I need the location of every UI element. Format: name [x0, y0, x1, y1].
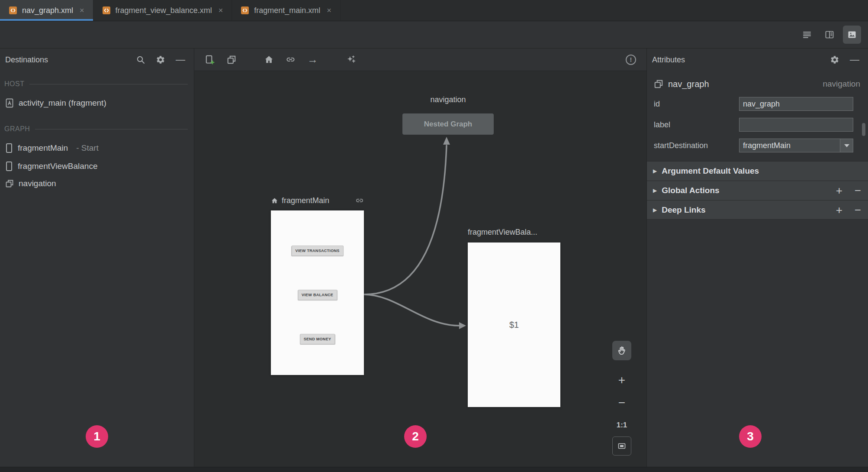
destination-item-navigation[interactable]: navigation	[0, 175, 194, 192]
section-actions: + −	[836, 204, 861, 216]
attributes-panel: Attributes — nav_graph navigation id lab…	[646, 48, 868, 467]
warning-icon[interactable]: !	[626, 55, 636, 65]
new-nested-graph-icon[interactable]	[227, 55, 236, 65]
remove-icon[interactable]: −	[855, 204, 861, 216]
gear-icon[interactable]	[156, 55, 165, 65]
deep-link-icon[interactable]	[286, 55, 296, 65]
xml-file-icon	[102, 6, 111, 15]
attribute-label: id	[654, 100, 739, 109]
close-icon[interactable]: ×	[327, 6, 331, 15]
remove-icon[interactable]: −	[855, 185, 861, 196]
tab-label: fragment_view_balance.xml	[116, 6, 212, 15]
add-icon[interactable]: +	[836, 204, 842, 216]
tab-fragment-view-balance[interactable]: fragment_view_balance.xml ×	[93, 0, 232, 21]
tab-label: nav_graph.xml	[22, 6, 73, 15]
fragment-icon	[5, 143, 13, 153]
start-destination-dropdown[interactable]: fragmentMain	[739, 139, 853, 152]
destination-label: activity_main (fragment)	[19, 98, 106, 108]
destinations-header: Destinations —	[0, 48, 194, 71]
fragment-main-node[interactable]: VIEW TRANSACTIONS VIEW BALANCE SEND MONE…	[271, 210, 364, 375]
start-destination-suffix: - Start	[76, 143, 99, 153]
preview-button: VIEW BALANCE	[298, 290, 337, 300]
new-destination-icon[interactable]	[205, 55, 215, 65]
collapse-arrow-icon: ▶	[653, 168, 657, 174]
zoom-actual-size-button[interactable]: 1:1	[612, 416, 631, 435]
code-view-button[interactable]	[798, 26, 816, 44]
split-view-button[interactable]	[820, 26, 839, 44]
hide-panel-icon[interactable]: —	[850, 55, 859, 65]
design-view-button[interactable]	[843, 26, 861, 44]
scrollbar-thumb[interactable]	[862, 123, 865, 136]
collapse-arrow-icon: ▶	[653, 207, 657, 213]
attribute-label: label	[654, 120, 739, 129]
component-name: nav_graph	[668, 79, 709, 89]
annotation-badge-3: 3	[739, 425, 762, 448]
editor-tab-bar: nav_graph.xml × fragment_view_balance.xm…	[0, 0, 868, 21]
section-label: Global Actions	[662, 186, 719, 195]
destination-label: fragmentViewBalance	[18, 162, 97, 171]
nested-graph-title: navigation	[402, 95, 494, 104]
destination-item-activity-main[interactable]: activity_main (fragment)	[0, 94, 194, 113]
chevron-down-icon	[844, 144, 849, 147]
close-icon[interactable]: ×	[219, 6, 223, 15]
nav-graph-canvas[interactable]: navigation Nested Graph fragmentMain VIE…	[194, 71, 646, 467]
xml-file-icon	[241, 6, 249, 15]
home-icon[interactable]	[264, 55, 274, 65]
canvas-toolbar: → !	[194, 48, 646, 71]
auto-arrange-sparkle-icon[interactable]	[346, 54, 357, 65]
collapse-arrow-icon: ▶	[653, 188, 657, 194]
action-arrow-icon[interactable]: →	[307, 54, 318, 65]
hide-panel-icon[interactable]: —	[176, 55, 185, 65]
tab-nav-graph[interactable]: nav_graph.xml ×	[0, 0, 93, 21]
zoom-in-button[interactable]: +	[612, 371, 631, 390]
add-icon[interactable]: +	[836, 185, 842, 196]
nav-graph-editor: → ! navigation Nested Graph fragmentMain…	[194, 48, 646, 467]
section-deep-links[interactable]: ▶ Deep Links + −	[647, 200, 868, 220]
destination-label: fragmentMain	[18, 143, 68, 153]
search-icon[interactable]	[136, 55, 145, 65]
zoom-out-button[interactable]: −	[612, 393, 631, 412]
host-section-header: HOST	[0, 74, 194, 94]
destinations-title: Destinations	[5, 55, 125, 65]
preview-text: $1	[509, 320, 519, 330]
close-icon[interactable]: ×	[80, 6, 84, 15]
graph-section-header: GRAPH	[0, 120, 194, 139]
component-type: navigation	[823, 79, 860, 89]
destinations-panel: Destinations — HOST activity_main (fragm…	[0, 48, 194, 467]
attributes-title: Attributes	[652, 55, 820, 65]
destination-item-fragment-main[interactable]: fragmentMain - Start	[0, 139, 194, 158]
attribute-row-id: id	[647, 94, 868, 114]
section-actions: + −	[836, 185, 861, 196]
attribute-row-start-destination: startDestination fragmentMain	[647, 135, 868, 156]
id-field[interactable]	[739, 97, 853, 111]
xml-file-icon	[9, 6, 17, 15]
bottom-edge	[0, 467, 868, 472]
deep-link-badge-icon	[355, 196, 364, 205]
label-field[interactable]	[739, 118, 853, 132]
editor-toolbar	[0, 21, 868, 48]
nested-graph-node[interactable]: Nested Graph	[402, 113, 494, 135]
gear-icon[interactable]	[830, 55, 839, 65]
dropdown-value: fragmentMain	[739, 141, 840, 150]
selected-component-row: nav_graph navigation	[647, 74, 868, 94]
activity-icon	[5, 98, 14, 108]
view-mode-switcher	[798, 26, 861, 44]
fragment-main-title: fragmentMain	[282, 196, 329, 205]
attributes-header: Attributes —	[647, 48, 868, 71]
destination-item-fragment-view-balance[interactable]: fragmentViewBalance	[0, 158, 194, 175]
start-destination-home-icon	[271, 197, 278, 204]
pan-tool-button[interactable]	[612, 341, 631, 360]
divider	[29, 84, 188, 84]
divider	[35, 129, 188, 129]
fragment-view-balance-title: fragmentViewBala...	[468, 228, 560, 237]
fragment-view-balance-node[interactable]: $1	[468, 242, 560, 407]
section-argument-default-values[interactable]: ▶ Argument Default Values	[647, 161, 868, 181]
tab-fragment-main[interactable]: fragment_main.xml ×	[232, 0, 341, 21]
dropdown-button[interactable]	[840, 139, 853, 152]
annotation-badge-1: 1	[86, 425, 108, 448]
preview-button: VIEW TRANSACTIONS	[291, 246, 343, 256]
section-label: Argument Default Values	[662, 166, 759, 176]
attribute-label: startDestination	[654, 141, 739, 150]
zoom-to-fit-button[interactable]	[612, 436, 631, 456]
section-global-actions[interactable]: ▶ Global Actions + −	[647, 181, 868, 200]
